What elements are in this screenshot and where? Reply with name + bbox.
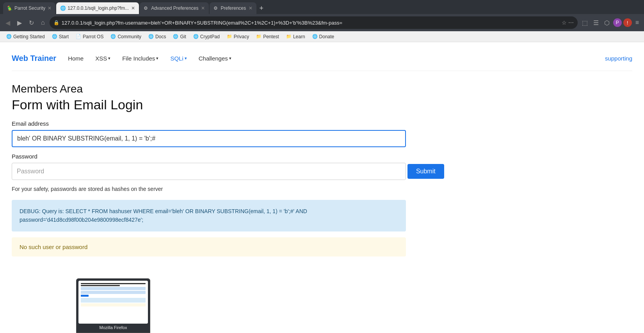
- nav-link-challenges[interactable]: Challenges ▾: [199, 55, 231, 62]
- nav-supporting: supporting: [605, 55, 632, 62]
- pocket-icon[interactable]: ⬡: [602, 18, 612, 28]
- tab-title-prefs: Preferences: [221, 5, 246, 11]
- nav-link-challenges-label: Challenges: [199, 55, 228, 62]
- library-icon[interactable]: ⬚: [580, 18, 590, 28]
- tab-title-parrot: Parrot Security: [14, 5, 45, 11]
- tab-parrot-security[interactable]: 🦜 Parrot Security ✕: [3, 2, 55, 14]
- nav-link-file-includes[interactable]: File Includes ▾: [122, 55, 158, 62]
- bookmark-icon-learn: 📁: [286, 34, 292, 39]
- bookmark-getting-started[interactable]: 🌐 Getting Started: [3, 33, 48, 40]
- nav-extra-buttons: ⬚ ☰ ⬡ P ! ≡: [580, 18, 641, 28]
- synced-tabs-icon[interactable]: ☰: [591, 18, 601, 28]
- sqli-arrow-icon: ▾: [185, 56, 187, 61]
- new-tab-button[interactable]: +: [257, 4, 266, 12]
- bookmark-icon-parrot-os: 📄: [76, 34, 81, 39]
- bookmark-icon-cryptpad: 🌐: [193, 34, 199, 39]
- bookmark-icon-pentest: 📁: [256, 34, 262, 39]
- bookmark-privacy[interactable]: 📁 Privacy: [224, 33, 252, 40]
- menu-button[interactable]: ≡: [633, 18, 641, 28]
- tab-favicon-sqli: 🌐: [60, 5, 66, 11]
- bookmark-label-community: Community: [117, 34, 141, 39]
- bookmark-start[interactable]: 🌐 Start: [49, 33, 72, 40]
- preview-email-box: [81, 287, 146, 290]
- preview-line-2: [81, 285, 120, 286]
- bookmark-icon-privacy: 📁: [227, 34, 232, 39]
- file-includes-arrow-icon: ▾: [156, 56, 158, 61]
- bookmark-label-docs: Docs: [155, 34, 166, 39]
- lock-icon: 🔒: [53, 20, 59, 25]
- tab-close-parrot[interactable]: ✕: [48, 5, 52, 11]
- bookmark-label-learn: Learn: [293, 34, 305, 39]
- nav-bar: ◀ ▶ ↻ ⌂ 🔒 127.0.0.1/sqli_login.php?fm-us…: [0, 14, 644, 31]
- taskbar-preview-thumb: [78, 281, 148, 315]
- bookmark-label-parrot-os: Parrot OS: [83, 34, 103, 39]
- preview-debug-box: [81, 298, 146, 303]
- preview-content: [78, 281, 148, 315]
- preview-warn-box: [81, 303, 146, 306]
- bookmark-icon-start: 🌐: [52, 34, 57, 39]
- bookmarks-bar: 🌐 Getting Started 🌐 Start 📄 Parrot OS 🌐 …: [0, 31, 644, 42]
- bookmark-label-getting-started: Getting Started: [13, 34, 45, 39]
- bookmark-icon-git: 🌐: [173, 34, 178, 39]
- xss-arrow-icon: ▾: [108, 56, 110, 61]
- nav-link-sqli[interactable]: SQLi ▾: [170, 55, 187, 62]
- submit-button[interactable]: Submit: [407, 164, 444, 179]
- bookmark-icon-docs: 🌐: [148, 34, 154, 39]
- bookmark-docs[interactable]: 🌐 Docs: [145, 33, 169, 40]
- main-content: Members Area Form with Email Login Email…: [12, 79, 480, 260]
- taskbar-preview[interactable]: Mozilla Firefox: [76, 278, 150, 315]
- bookmark-label-privacy: Privacy: [234, 34, 249, 39]
- tab-favicon-prefs: ⚙: [213, 5, 219, 11]
- more-icon[interactable]: ⋯: [568, 20, 574, 26]
- tab-favicon-advanced: ⚙: [144, 5, 149, 11]
- email-label: Email address: [12, 120, 480, 127]
- section-title: Members Area: [12, 83, 480, 95]
- site-nav: Web Trainer Home XSS ▾ File Includes ▾ S…: [12, 50, 632, 71]
- bookmark-pentest[interactable]: 📁 Pentest: [253, 33, 282, 40]
- notification-icon[interactable]: !: [623, 18, 632, 27]
- star-icon[interactable]: ☆: [562, 20, 567, 26]
- nav-link-xss[interactable]: XSS ▾: [95, 55, 110, 62]
- bookmark-parrot-os[interactable]: 📄 Parrot OS: [73, 33, 107, 40]
- debug-box: DEBUG: Query is: SELECT * FROM hashuser …: [12, 200, 406, 231]
- tab-sqli[interactable]: 🌐 127.0.0.1/sqli_login.php?fm... ✕: [56, 2, 139, 14]
- bookmark-icon-donate: 🌐: [312, 34, 318, 39]
- site-nav-brand[interactable]: Web Trainer: [12, 54, 56, 63]
- bookmark-git[interactable]: 🌐 Git: [170, 33, 189, 40]
- tab-preferences[interactable]: ⚙ Preferences ✕: [210, 2, 256, 14]
- bookmark-icon-community: 🌐: [110, 34, 116, 39]
- email-input[interactable]: [12, 130, 406, 147]
- bookmark-label-git: Git: [180, 34, 186, 39]
- tab-title-sqli: 127.0.0.1/sqli_login.php?fm...: [68, 5, 129, 11]
- bookmark-label-start: Start: [59, 34, 69, 39]
- tab-advanced-prefs[interactable]: ⚙ Advanced Preferences ✕: [140, 2, 208, 14]
- tab-bar: 🦜 Parrot Security ✕ 🌐 127.0.0.1/sqli_log…: [0, 0, 644, 14]
- bookmark-label-pentest: Pentest: [263, 34, 279, 39]
- profile-icon[interactable]: P: [613, 18, 622, 27]
- address-bar-container: 🔒 127.0.0.1/sqli_login.php?fm-username=b…: [50, 16, 578, 29]
- challenges-arrow-icon: ▾: [229, 56, 231, 61]
- password-input[interactable]: [12, 163, 406, 180]
- home-button[interactable]: ⌂: [39, 18, 47, 28]
- nav-link-sqli-label: SQLi: [170, 55, 183, 62]
- back-button[interactable]: ◀: [3, 18, 12, 28]
- safety-note: For your safety, passwords are stored as…: [12, 186, 480, 192]
- bookmark-icon-getting-started: 🌐: [6, 34, 12, 39]
- nav-link-home[interactable]: Home: [68, 55, 84, 62]
- bookmark-label-donate: Donate: [319, 34, 334, 39]
- bookmark-cryptpad[interactable]: 🌐 CryptPad: [190, 33, 223, 40]
- tab-title-advanced: Advanced Preferences: [151, 5, 198, 11]
- nav-link-file-includes-label: File Includes: [122, 55, 155, 62]
- tab-close-prefs[interactable]: ✕: [249, 5, 253, 11]
- reload-button[interactable]: ↻: [27, 18, 36, 28]
- forward-button[interactable]: ▶: [15, 18, 24, 28]
- tab-close-advanced[interactable]: ✕: [201, 5, 205, 11]
- tab-close-sqli[interactable]: ✕: [131, 5, 135, 11]
- bookmark-learn[interactable]: 📁 Learn: [283, 33, 308, 40]
- preview-password-box: [81, 291, 146, 294]
- bookmark-community[interactable]: 🌐 Community: [107, 33, 144, 40]
- bookmark-donate[interactable]: 🌐 Donate: [309, 33, 338, 40]
- address-bar-url[interactable]: 127.0.0.1/sqli_login.php?fm-username=ble…: [62, 20, 559, 26]
- bookmark-label-cryptpad: CryptPad: [200, 34, 220, 39]
- page-content: Web Trainer Home XSS ▾ File Includes ▾ S…: [0, 42, 644, 315]
